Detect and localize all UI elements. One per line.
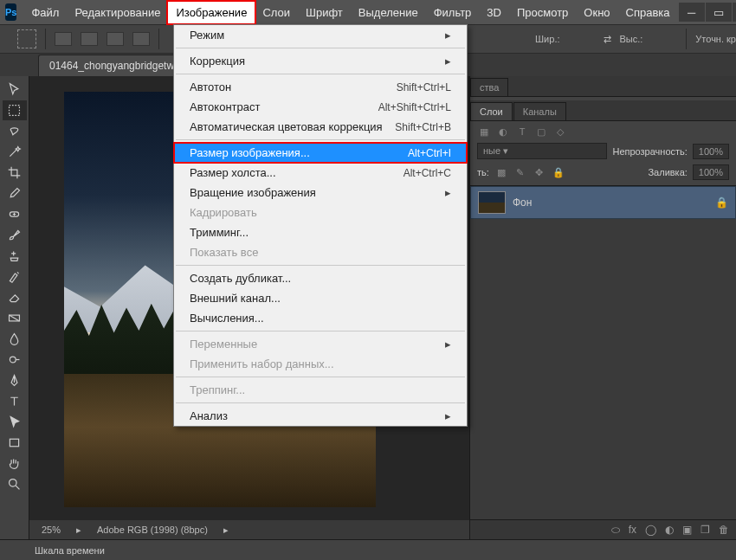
- dodge-tool[interactable]: [3, 350, 27, 370]
- type-tool[interactable]: [3, 391, 27, 411]
- maximize-button[interactable]: ▭: [706, 3, 732, 22]
- hand-tool[interactable]: [3, 454, 27, 473]
- menu-изображение[interactable]: Изображение: [168, 2, 255, 23]
- menu-файл[interactable]: Файл: [23, 2, 67, 23]
- menu-окно[interactable]: Окно: [576, 2, 617, 23]
- properties-tab[interactable]: ства: [470, 78, 508, 96]
- menu-item[interactable]: АвтотонShift+Ctrl+L: [174, 77, 467, 97]
- lock-all-icon[interactable]: 🔒: [552, 167, 565, 178]
- fill-field[interactable]: 100%: [693, 164, 729, 180]
- menu-item[interactable]: Размер холста...Alt+Ctrl+C: [174, 163, 467, 183]
- gradient-tool[interactable]: [3, 308, 27, 328]
- submenu-arrow-icon: ▸: [445, 409, 451, 422]
- svg-rect-4: [10, 439, 18, 447]
- panels-column: ства Слои Каналы ▦ ◐ T ▢ ◇ ные ▾ Непрозр…: [469, 76, 736, 539]
- marquee-preset-icon[interactable]: [17, 29, 36, 48]
- menu-просмотр[interactable]: Просмотр: [509, 2, 576, 23]
- menu-слои[interactable]: Слои: [255, 2, 298, 23]
- color-profile: Adobe RGB (1998) (8bpc): [97, 525, 208, 535]
- close-button[interactable]: ✕: [733, 3, 736, 22]
- menu-item[interactable]: Создать дубликат...: [174, 268, 467, 288]
- lock-pixels-icon[interactable]: ✎: [513, 167, 527, 178]
- menu-item-label: Коррекция: [190, 55, 445, 68]
- lasso-tool[interactable]: [3, 121, 27, 141]
- menu-item: Применить набор данных...: [174, 354, 467, 374]
- marquee-tool[interactable]: [3, 100, 27, 120]
- menu-item[interactable]: Автоматическая цветовая коррекцияShift+C…: [174, 117, 467, 137]
- filter-shape-icon[interactable]: ▢: [534, 126, 548, 138]
- healing-brush-tool[interactable]: [3, 204, 27, 224]
- history-brush-tool[interactable]: [3, 267, 27, 286]
- menu-справка[interactable]: Справка: [618, 2, 678, 23]
- blur-tool[interactable]: [3, 329, 27, 349]
- selection-mode-add[interactable]: [81, 32, 98, 46]
- layers-tab[interactable]: Слои: [470, 102, 513, 120]
- menu-item: Треппинг...: [174, 380, 467, 400]
- menu-item[interactable]: АвтоконтрастAlt+Shift+Ctrl+L: [174, 97, 467, 117]
- filter-adjust-icon[interactable]: ◐: [496, 126, 510, 138]
- menu-item-label: Кадрировать: [190, 206, 451, 219]
- zoom-tool[interactable]: [3, 474, 27, 494]
- filter-pixel-icon[interactable]: ▦: [477, 126, 491, 138]
- eyedropper-tool[interactable]: [3, 183, 27, 203]
- lock-transparency-icon[interactable]: ▩: [494, 167, 508, 178]
- magic-wand-tool[interactable]: [3, 142, 27, 162]
- menu-item[interactable]: Тримминг...: [174, 222, 467, 242]
- adjustment-layer-icon[interactable]: ◐: [665, 524, 674, 536]
- menu-фильтр[interactable]: Фильтр: [426, 2, 480, 23]
- pen-tool[interactable]: [3, 370, 27, 390]
- layer-mask-icon[interactable]: ◯: [645, 524, 656, 536]
- menu-item[interactable]: Вращение изображения▸: [174, 183, 467, 203]
- menu-item: Кадрировать: [174, 203, 467, 222]
- menu-item[interactable]: Коррекция▸: [174, 51, 467, 71]
- layer-thumbnail[interactable]: [478, 191, 506, 214]
- menu-item[interactable]: Внешний канал...: [174, 288, 467, 308]
- path-selection-tool[interactable]: [3, 412, 27, 432]
- menu-item-shortcut: Alt+Shift+Ctrl+L: [378, 101, 451, 113]
- opacity-field[interactable]: 100%: [693, 144, 729, 159]
- channels-tab[interactable]: Каналы: [513, 102, 566, 120]
- menu-выделение[interactable]: Выделение: [351, 2, 426, 23]
- clone-stamp-tool[interactable]: [3, 246, 27, 266]
- menu-item[interactable]: Вычисления...: [174, 308, 467, 328]
- menu-item-shortcut: Alt+Ctrl+I: [408, 147, 451, 159]
- selection-mode-subtract[interactable]: [107, 32, 124, 46]
- group-icon[interactable]: ▣: [682, 524, 692, 536]
- document-tab[interactable]: 01464_chongyangbridgetw...: [38, 55, 193, 76]
- swap-icon[interactable]: ⇄: [604, 34, 611, 45]
- menu-item[interactable]: Анализ▸: [174, 406, 467, 426]
- new-layer-icon[interactable]: ❐: [700, 524, 710, 536]
- layer-fx-icon[interactable]: fx: [629, 524, 636, 536]
- blend-mode-select[interactable]: ные ▾: [477, 143, 607, 159]
- link-layers-icon[interactable]: ⬭: [611, 524, 620, 536]
- layer-list: Фон 🔒: [470, 186, 736, 519]
- filter-type-icon[interactable]: T: [515, 126, 529, 138]
- lock-position-icon[interactable]: ✥: [533, 167, 546, 178]
- menu-item-label: Автоконтраст: [190, 100, 378, 113]
- timeline-tab[interactable]: Шкала времени: [35, 545, 105, 556]
- refine-edge-button[interactable]: Уточн. кр: [695, 34, 736, 44]
- move-tool[interactable]: [3, 80, 27, 100]
- selection-mode-new[interactable]: [55, 32, 72, 46]
- menu-item-label: Размер изображения...: [190, 146, 408, 159]
- menu-item[interactable]: Размер изображения...Alt+Ctrl+I: [174, 143, 467, 163]
- zoom-value[interactable]: 25%: [42, 525, 61, 535]
- ps-logo: Ps: [5, 3, 16, 21]
- layer-row-background[interactable]: Фон 🔒: [470, 186, 736, 219]
- brush-tool[interactable]: [3, 225, 27, 245]
- menu-3d[interactable]: 3D: [479, 2, 509, 23]
- filter-smart-icon[interactable]: ◇: [553, 126, 567, 138]
- menu-редактирование[interactable]: Редактирование: [67, 2, 168, 23]
- minimize-button[interactable]: ─: [679, 3, 705, 22]
- delete-layer-icon[interactable]: 🗑: [719, 524, 729, 536]
- rectangle-tool[interactable]: [3, 433, 27, 453]
- menu-item-label: Автотон: [190, 80, 397, 93]
- crop-tool[interactable]: [3, 163, 27, 183]
- fill-label: Заливка:: [648, 167, 687, 177]
- menu-item-label: Треппинг...: [190, 383, 451, 396]
- opacity-label: Непрозрачность:: [612, 146, 687, 157]
- menu-item[interactable]: Режим▸: [174, 25, 467, 45]
- eraser-tool[interactable]: [3, 287, 27, 307]
- selection-mode-intersect[interactable]: [132, 32, 150, 46]
- menu-шрифт[interactable]: Шрифт: [298, 2, 351, 23]
